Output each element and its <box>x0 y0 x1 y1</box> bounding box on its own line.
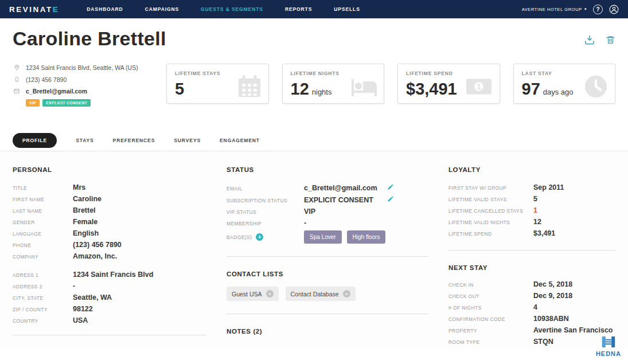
nav-item-guests-segments[interactable]: GUESTS & SEGMENTS <box>201 6 263 12</box>
card-value: $3,491 <box>406 80 457 99</box>
field-title: TITLEMrs <box>13 183 206 191</box>
hedna-logo-mark <box>601 336 616 347</box>
profile-content: PERSONAL TITLEMrs FIRST NAMECaroline LAS… <box>0 151 628 349</box>
card-suffix: nights <box>312 88 332 96</box>
nav-item-dashboard[interactable]: DASHBOARD <box>87 6 123 12</box>
primary-nav: DASHBOARD CAMPAIGNS GUESTS & SEGMENTS RE… <box>87 6 360 12</box>
field-country: COUNTRYUSA <box>13 316 206 324</box>
edit-email-button[interactable] <box>387 183 394 190</box>
remove-chip-icon[interactable]: × <box>343 290 350 298</box>
field-email: EMAIL c_Brettel@gmail.com <box>227 183 394 192</box>
help-button[interactable]: ? <box>593 5 603 14</box>
tab-stays[interactable]: STAYS <box>76 138 93 143</box>
badge-chip[interactable]: Spa Lover <box>304 230 342 244</box>
next-stay-heading: NEXT STAY <box>448 264 615 271</box>
nav-item-upsells[interactable]: UPSELLS <box>334 6 360 12</box>
field-company: COMPANYAmazon, Inc. <box>13 252 206 260</box>
field-last-name: LAST NAMEBrettel <box>13 206 206 214</box>
field-phone: PHONE(123) 456 7890 <box>13 241 206 249</box>
field-check-in: CHECK INDec 5, 2018 <box>448 280 615 288</box>
vip-badge: VIP <box>26 99 40 107</box>
user-icon <box>609 4 619 15</box>
field-lifetime-spend: LIFETIME SPEND$3,491 <box>448 229 615 237</box>
guest-profile-page: REVINATE DASHBOARD CAMPAIGNS GUESTS & SE… <box>0 0 628 364</box>
card-suffix: days ago <box>543 88 574 96</box>
nav-item-campaigns[interactable]: CAMPAIGNS <box>145 6 179 12</box>
bed-icon <box>350 73 378 103</box>
field-address2: ADDRESS 2- <box>13 282 206 290</box>
nav-item-reports[interactable]: REPORTS <box>285 6 312 12</box>
location-pin-icon <box>13 64 21 71</box>
svg-text:1: 1 <box>476 81 481 91</box>
guest-email[interactable]: c_Brettel@gmail.com <box>13 88 166 95</box>
phone-text: (123) 456 7890 <box>26 76 67 83</box>
divider <box>448 250 615 251</box>
consent-badge: EXPLICIT CONSENT <box>42 99 91 107</box>
contact-list-chip[interactable]: Guest USA × <box>227 287 279 301</box>
money-icon: 1 <box>464 73 494 102</box>
field-gender: GENDERFemale <box>13 218 206 226</box>
card-value: 12 <box>291 80 309 99</box>
notes-heading: NOTES (2) <box>227 328 428 335</box>
remove-chip-icon[interactable]: × <box>266 290 274 298</box>
field-membership: MEMBERSHIP- <box>227 219 394 227</box>
profile-tabs: PROFILE STAYS PREFERENCES SURVEYS ENGAGE… <box>0 130 628 151</box>
tab-preferences[interactable]: PREFERENCES <box>113 138 155 143</box>
divider <box>227 314 428 314</box>
user-avatar-button[interactable] <box>609 5 619 14</box>
pencil-icon <box>387 195 394 202</box>
field-badges: BADGE(S) + Spa Lover High floors <box>227 230 394 244</box>
trash-icon <box>606 34 615 45</box>
loyalty-heading: LOYALTY <box>448 166 615 173</box>
revinate-logo[interactable]: REVINATE <box>9 5 59 14</box>
account-dropdown[interactable]: AVERTINE HOTEL GROUP ▾ <box>522 7 587 12</box>
status-section: STATUS EMAIL c_Brettel@gmail.com SUBSCRI… <box>227 166 428 349</box>
account-label: AVERTINE HOTEL GROUP <box>522 7 582 12</box>
card-value: 5 <box>175 80 184 99</box>
field-valid-stays: LIFETIME VALID STAYS5 <box>448 195 615 203</box>
download-icon <box>584 34 595 45</box>
card-last-stay: LAST STAY 97days ago <box>513 64 616 104</box>
add-badge-button[interactable]: + <box>256 233 263 241</box>
field-confirmation-code: CONFIRMATION CODE10938ABN <box>448 315 615 323</box>
field-zip: ZIP / COUNTY98122 <box>13 305 206 313</box>
contact-lists-section: CONTACT LISTS Guest USA × Contact Databa… <box>227 271 428 301</box>
divider <box>227 256 428 257</box>
header-actions <box>584 34 615 48</box>
field-city-state: CITY, STATESeattle, WA <box>13 293 206 302</box>
badge-chip[interactable]: High floors <box>347 230 386 244</box>
status-heading: STATUS <box>227 166 428 173</box>
next-stay-section: NEXT STAY CHECK INDec 5, 2018 CHECK OUTD… <box>448 264 615 346</box>
download-button[interactable] <box>584 34 595 48</box>
guest-address: 1234 Saint Francis Blvd, Seattle, WA (US… <box>13 64 166 71</box>
field-property: PROPERTYAvertine San Francisco <box>448 326 615 334</box>
field-room-type: ROOM TYPESTQN <box>448 338 615 346</box>
delete-button[interactable] <box>606 34 615 48</box>
field-num-nights: # OF NIGHTS4 <box>448 303 615 311</box>
tab-engagement[interactable]: ENGAGEMENT <box>220 138 260 143</box>
logo-text: REVINAT <box>9 5 53 14</box>
contact-block: 1234 Saint Francis Blvd, Seattle, WA (US… <box>13 64 166 107</box>
clock-icon <box>583 73 609 102</box>
loyalty-section: LOYALTY FIRST STAY W/ GROUPSep 2011 LIFE… <box>448 166 615 349</box>
personal-section: PERSONAL TITLEMrs FIRST NAMECaroline LAS… <box>13 166 206 349</box>
personal-heading: PERSONAL <box>13 166 206 173</box>
field-first-stay: FIRST STAY W/ GROUPSep 2011 <box>448 183 615 191</box>
divider <box>13 335 206 335</box>
tab-surveys[interactable]: SURVEYS <box>174 138 201 143</box>
card-lifetime-nights: LIFETIME NIGHTS 12nights <box>282 64 385 104</box>
tab-profile[interactable]: PROFILE <box>13 133 57 148</box>
contact-lists-heading: CONTACT LISTS <box>227 271 428 277</box>
edit-subscription-button[interactable] <box>387 195 394 202</box>
field-address1: ADRESS 11234 Saint Francis Blvd <box>13 271 206 279</box>
contact-list-chip[interactable]: Contact Database × <box>286 287 356 301</box>
chevron-down-icon: ▾ <box>584 7 587 11</box>
calendar-icon <box>236 73 263 102</box>
page-title: Caroline Brettell <box>13 28 166 50</box>
top-nav: REVINATE DASHBOARD CAMPAIGNS GUESTS & SE… <box>0 0 628 18</box>
card-value: 97 <box>522 80 540 99</box>
nav-right: AVERTINE HOTEL GROUP ▾ ? <box>522 5 619 14</box>
guest-trait-badges: Spa Lover High floors <box>304 230 385 244</box>
page-header: Caroline Brettell <box>0 18 628 107</box>
address-group: ADRESS 11234 Saint Francis Blvd ADDRESS … <box>13 271 206 324</box>
